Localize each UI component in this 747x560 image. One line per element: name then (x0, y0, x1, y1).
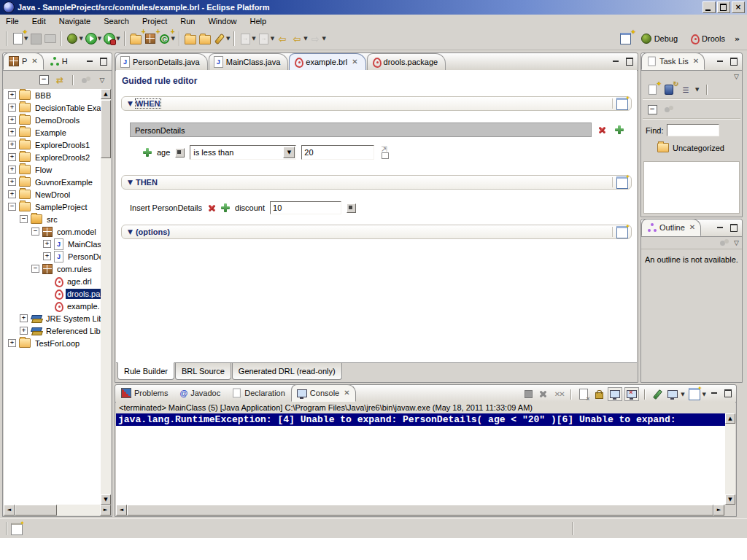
minimize-view-icon[interactable] (715, 222, 726, 232)
then-section-header[interactable]: ▼ THEN (121, 175, 632, 190)
tree-vertical-scrollbar[interactable]: ▲ ▼ (101, 89, 111, 505)
remove-all-launches-icon[interactable]: ✕✕ (552, 388, 565, 400)
display-console-dropdown-icon[interactable]: ▼ (681, 392, 684, 397)
options-section-header[interactable]: ▼ (options) (121, 225, 632, 239)
menu-search[interactable]: Search (104, 17, 129, 26)
tab-rule-builder[interactable]: Rule Builder (117, 362, 174, 380)
tab-declaration[interactable]: Declaration (226, 384, 291, 402)
back-history-icon[interactable]: ⇦ (290, 31, 304, 46)
menu-window[interactable]: Window (208, 17, 236, 26)
collapse-icon[interactable] (8, 203, 16, 211)
editor-tab-example-brl[interactable]: example.brl ✕ (289, 53, 365, 70)
console-horizontal-scrollbar[interactable]: ◄ ► (116, 505, 724, 516)
expand-icon[interactable] (43, 252, 51, 260)
tree-item[interactable]: age.drl (4, 275, 101, 287)
view-menu-icon[interactable]: ▽ (96, 74, 109, 87)
tab-task-list[interactable]: Task Lis ✕ (641, 52, 705, 70)
expand-icon[interactable] (8, 178, 16, 186)
find-input[interactable] (667, 124, 719, 136)
scrollbar-thumb[interactable] (127, 505, 713, 516)
scroll-left-icon[interactable]: ◄ (116, 505, 127, 516)
maximize-view-icon[interactable] (624, 56, 635, 66)
tab-problems[interactable]: Problems (115, 384, 174, 402)
last-edit-location-icon[interactable] (238, 31, 252, 46)
tree-item[interactable]: example. (4, 300, 101, 312)
expand-icon[interactable] (8, 153, 16, 161)
tab-package-explorer[interactable]: P ✕ (3, 52, 44, 70)
next-annotation-icon[interactable] (257, 31, 271, 46)
task-category-row[interactable]: Uncategorized (641, 141, 742, 155)
maximize-view-icon[interactable] (728, 56, 739, 66)
tab-outline[interactable]: Outline ✕ (641, 219, 701, 236)
outline-filter-icon[interactable] (720, 239, 729, 246)
tree-item[interactable]: MainClas (4, 238, 101, 250)
tree-item[interactable]: DemoDrools (4, 114, 101, 126)
tree-item[interactable]: SampleProject (4, 201, 101, 213)
expand-icon[interactable] (20, 327, 28, 335)
link-with-editor-icon[interactable]: ⇄ (53, 74, 66, 87)
scroll-right-icon[interactable]: ► (100, 505, 111, 516)
menu-navigate[interactable]: Navigate (59, 17, 90, 26)
condition-value-input[interactable] (301, 145, 374, 160)
debug-icon[interactable] (65, 31, 80, 46)
editor-tab-mainclass[interactable]: MainClass.java (209, 53, 289, 70)
constraint-menu-icon[interactable] (175, 148, 185, 158)
close-tab-icon[interactable]: ✕ (689, 224, 695, 231)
menu-help[interactable]: Help (250, 17, 267, 26)
open-resource-icon[interactable] (198, 31, 212, 46)
fact-pattern-bar[interactable]: PersonDetails (130, 122, 592, 137)
editor-tab-persondetails[interactable]: PersonDetails.java (115, 53, 208, 70)
open-type-icon[interactable] (183, 31, 198, 46)
tree-item[interactable]: ExploreDrools1 (4, 139, 101, 151)
maximize-view-icon[interactable] (722, 388, 733, 397)
minimize-view-icon[interactable] (85, 56, 96, 66)
console-output-line[interactable]: java.lang.RuntimeException: [4] Unable t… (116, 413, 725, 426)
run-icon[interactable] (84, 31, 98, 46)
scrollbar-thumb[interactable] (15, 505, 57, 516)
view-mode-dropdown-icon[interactable]: ▼ (695, 87, 699, 93)
add-action-icon[interactable] (616, 176, 628, 189)
perspective-drools-button[interactable]: Drools (686, 32, 729, 45)
collapse-icon[interactable] (20, 215, 28, 223)
tree-item[interactable]: NewDrool (4, 188, 101, 201)
tree-item[interactable]: PersonDe (4, 250, 101, 262)
maximize-view-icon[interactable] (728, 222, 739, 232)
synchronize-icon[interactable]: ↻ (662, 83, 676, 96)
tree-item[interactable]: JRE System Libra (4, 312, 101, 324)
tab-brl-source[interactable]: BRL Source (175, 363, 231, 380)
open-perspective-icon[interactable]: ✦ (619, 31, 633, 46)
choose-value-icon[interactable] (379, 148, 389, 158)
scroll-up-icon[interactable]: ▲ (725, 413, 735, 424)
tree-item[interactable]: drools.pa (4, 287, 101, 300)
clear-console-icon[interactable] (577, 388, 590, 400)
view-menu-icon[interactable]: ▽ (734, 73, 739, 80)
menu-run[interactable]: Run (180, 17, 195, 26)
tab-generated-drl[interactable]: Generated DRL (read-only) (232, 363, 342, 380)
minimize-button[interactable] (703, 1, 716, 13)
tree-item[interactable]: GuvnorExample (4, 176, 101, 188)
section-collapse-icon[interactable]: ▼ (128, 179, 133, 186)
title-bar[interactable]: Java - SampleProject/src/com/rules/examp… (0, 0, 747, 15)
action-menu-icon[interactable] (347, 203, 356, 213)
editor-tab-drools-package[interactable]: drools.package (367, 53, 446, 70)
tree-item[interactable]: ExploreDrools2 (4, 151, 101, 163)
pin-console-icon[interactable] (651, 388, 664, 400)
tab-javadoc[interactable]: @ Javadoc (174, 384, 226, 402)
collapse-icon[interactable] (31, 228, 39, 236)
open-console-dropdown-icon[interactable]: ▼ (703, 392, 706, 397)
print-icon[interactable] (43, 31, 58, 46)
scroll-right-icon[interactable]: ► (713, 505, 724, 516)
tree-item[interactable]: Flow (4, 163, 101, 176)
add-constraint-icon[interactable] (143, 148, 152, 157)
expand-icon[interactable] (43, 240, 51, 248)
add-action-field-icon[interactable] (221, 203, 230, 212)
minimize-view-icon[interactable] (611, 56, 622, 66)
operator-select[interactable]: is less than ▼ (190, 145, 296, 160)
tree-item[interactable]: TestForLoop (4, 337, 101, 349)
console-vertical-scrollbar[interactable]: ▲ ▼ (725, 413, 735, 505)
restore-button[interactable] (717, 1, 730, 13)
tree-item[interactable]: com.rules (4, 262, 101, 275)
tree-item[interactable]: DecisionTable Examp (4, 101, 101, 114)
new-guvnor-icon[interactable]: C+ (158, 31, 172, 46)
collapse-icon[interactable] (31, 265, 39, 273)
